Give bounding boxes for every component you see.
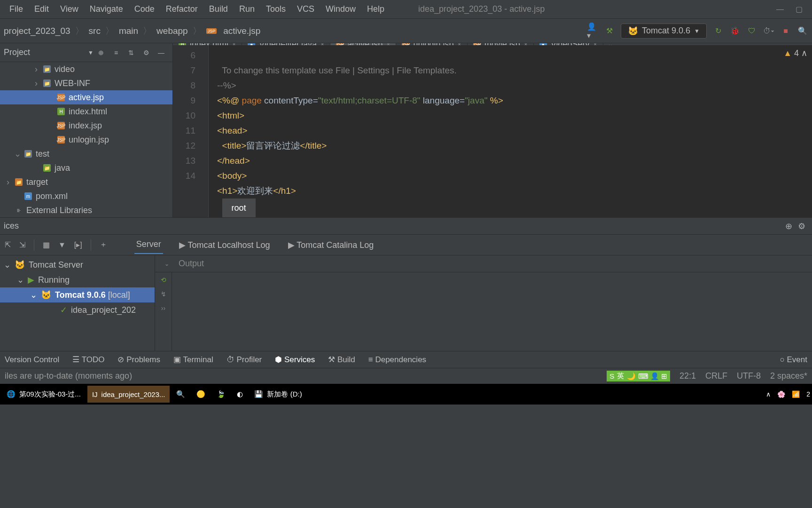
- crumb[interactable]: webapp: [156, 26, 188, 36]
- autocomplete-popup[interactable]: root: [222, 198, 256, 217]
- collapse-icon[interactable]: ⇅: [124, 49, 139, 56]
- ime-indicator[interactable]: S 英 🌙 ⌨ 👤 ⊞: [607, 371, 670, 381]
- taskbar-tray[interactable]: ∧🌸📶2: [766, 390, 810, 398]
- run-config-selector[interactable]: 🐱 Tomcat 9.0.6 ▼: [621, 24, 707, 39]
- hide-icon[interactable]: —: [154, 49, 169, 56]
- service-tree-row[interactable]: ⌄▶Running: [0, 272, 155, 287]
- tree-row[interactable]: › 📁 target: [0, 175, 172, 189]
- code-area[interactable]: To change this template use File | Setti…: [209, 45, 812, 217]
- minimize-button[interactable]: —: [771, 5, 789, 14]
- tool-problems[interactable]: ⊘ Problems: [117, 355, 160, 365]
- menu-vcs[interactable]: VCS: [291, 4, 320, 14]
- services-tree[interactable]: ⌄🐱Tomcat Server⌄▶Running⌄🐱Tomcat 9.0.6 […: [0, 255, 155, 351]
- tool-deps[interactable]: ≡ Dependencies: [368, 355, 426, 365]
- run-icon[interactable]: ↻: [712, 25, 724, 37]
- tool-profiler[interactable]: ⏱ Profiler: [226, 355, 262, 365]
- rerun-icon[interactable]: ⟲: [161, 276, 166, 284]
- menu-help[interactable]: Help: [361, 4, 390, 14]
- tool-services[interactable]: ⬢ Services: [275, 355, 315, 365]
- file-encoding[interactable]: UTF-8: [737, 371, 761, 381]
- menu-window[interactable]: Window: [320, 4, 361, 14]
- taskbar-item[interactable]: ◐: [232, 386, 248, 403]
- cursor-position[interactable]: 22:1: [679, 371, 696, 381]
- hammer-icon[interactable]: ⚒: [604, 25, 615, 37]
- output-console[interactable]: [172, 272, 812, 351]
- search-icon[interactable]: 🔍: [797, 25, 808, 37]
- stop-icon[interactable]: ■: [780, 25, 791, 37]
- crumb[interactable]: main: [119, 26, 138, 36]
- tree-row[interactable]: H index.html: [0, 104, 172, 119]
- tree-row[interactable]: JSP active.jsp: [0, 90, 172, 104]
- profile-icon[interactable]: ⏱▾: [763, 25, 774, 37]
- crumb[interactable]: src: [89, 26, 101, 36]
- expand-all-icon[interactable]: ⇱: [5, 240, 11, 249]
- tool-vcs[interactable]: Version Control: [5, 355, 59, 365]
- service-tree-row[interactable]: ⌄🐱Tomcat Server: [0, 257, 155, 272]
- coverage-icon[interactable]: 🛡: [746, 25, 757, 37]
- menu-run[interactable]: Run: [234, 4, 260, 14]
- tab-catalina-log[interactable]: ▶ Tomcat Catalina Log: [286, 236, 376, 254]
- add-icon[interactable]: ＋: [100, 240, 107, 250]
- tree-row[interactable]: 📁 java: [0, 161, 172, 175]
- tree-row[interactable]: JSP unlogin.jsp: [0, 133, 172, 147]
- gear-icon[interactable]: ⚙: [139, 49, 154, 56]
- gear-icon[interactable]: ⚙: [795, 221, 808, 231]
- grid-icon[interactable]: ▦: [43, 240, 50, 249]
- lifebuoy-icon[interactable]: ⊕: [782, 221, 795, 231]
- target-icon[interactable]: ⊕: [94, 49, 109, 56]
- menu-tools[interactable]: Tools: [260, 4, 291, 14]
- deploy-icon[interactable]: ↯: [161, 290, 166, 298]
- filter-icon[interactable]: ▼: [58, 241, 66, 249]
- tool-event[interactable]: ○ Event: [780, 355, 807, 365]
- inspection-badge[interactable]: ▲ 4 ∧: [783, 48, 807, 58]
- group-icon[interactable]: [▸]: [74, 240, 82, 249]
- taskbar-item[interactable]: 🟡: [192, 386, 210, 403]
- service-tree-row[interactable]: ⌄🐱Tomcat 9.0.6 [local]: [0, 287, 155, 302]
- user-icon[interactable]: 👤▾: [587, 25, 598, 37]
- tree-row[interactable]: m pom.xml: [0, 189, 172, 203]
- tree-label: test: [36, 149, 49, 159]
- menu-build[interactable]: Build: [203, 4, 234, 14]
- menu-refactor[interactable]: Refactor: [160, 4, 203, 14]
- indent-setting[interactable]: 2 spaces*: [770, 371, 807, 381]
- tray-icon[interactable]: ∧: [766, 390, 771, 398]
- menu-view[interactable]: View: [55, 4, 84, 14]
- tree-row[interactable]: › 📁 WEB-INF: [0, 76, 172, 90]
- battery-icon[interactable]: 2: [806, 390, 810, 398]
- tree-row[interactable]: JSP index.jsp: [0, 119, 172, 133]
- lib-icon: ⊪: [15, 206, 23, 214]
- crumb[interactable]: active.jsp: [223, 26, 260, 36]
- tree-row[interactable]: ⌄ 📁 test: [0, 147, 172, 161]
- service-tree-row[interactable]: ✓idea_project_202: [0, 302, 155, 318]
- debug-icon[interactable]: 🐞: [729, 25, 741, 37]
- expand-icon[interactable]: ≡: [109, 49, 124, 56]
- flower-icon[interactable]: 🌸: [777, 390, 785, 398]
- taskbar-item[interactable]: 🌐第09次实验-03-过...: [2, 386, 86, 403]
- menu-code[interactable]: Code: [129, 4, 160, 14]
- wifi-icon[interactable]: 📶: [792, 390, 800, 398]
- maximize-button[interactable]: ▢: [789, 5, 808, 14]
- tree-row[interactable]: ⊪ External Libraries: [0, 203, 172, 217]
- collapse-all-icon[interactable]: ⇲: [19, 240, 25, 249]
- tab-server[interactable]: Server: [134, 236, 163, 254]
- line-separator[interactable]: CRLF: [705, 371, 727, 381]
- taskbar-item[interactable]: IJidea_project_2023...: [87, 386, 170, 403]
- crumb[interactable]: project_2023_03: [4, 26, 70, 36]
- more-icon[interactable]: ››: [161, 304, 165, 312]
- chevron-down-icon[interactable]: ⌄: [164, 261, 169, 267]
- chevron-down-icon[interactable]: ▼: [88, 49, 94, 56]
- tool-todo[interactable]: ☰ TODO: [72, 355, 104, 365]
- tool-build[interactable]: ⚒ Build: [328, 355, 355, 365]
- tab-localhost-log[interactable]: ▶ Tomcat Localhost Log: [177, 236, 272, 254]
- menu-navigate[interactable]: Navigate: [84, 4, 129, 14]
- taskbar-item[interactable]: 💾新加卷 (D:): [250, 386, 306, 403]
- taskbar-item[interactable]: 🍃: [212, 386, 230, 403]
- editor-body[interactable]: 67891011121314 To change this template u…: [173, 45, 812, 217]
- fold-column[interactable]: [201, 45, 209, 217]
- taskbar-item[interactable]: 🔍: [172, 386, 190, 403]
- project-tree[interactable]: › 📁 video› 📁 WEB-INF JSP active.jsp H in…: [0, 62, 172, 217]
- menu-file[interactable]: File: [4, 4, 29, 14]
- tool-terminal[interactable]: ▣ Terminal: [173, 355, 213, 365]
- menu-edit[interactable]: Edit: [29, 4, 55, 14]
- tree-row[interactable]: › 📁 video: [0, 62, 172, 76]
